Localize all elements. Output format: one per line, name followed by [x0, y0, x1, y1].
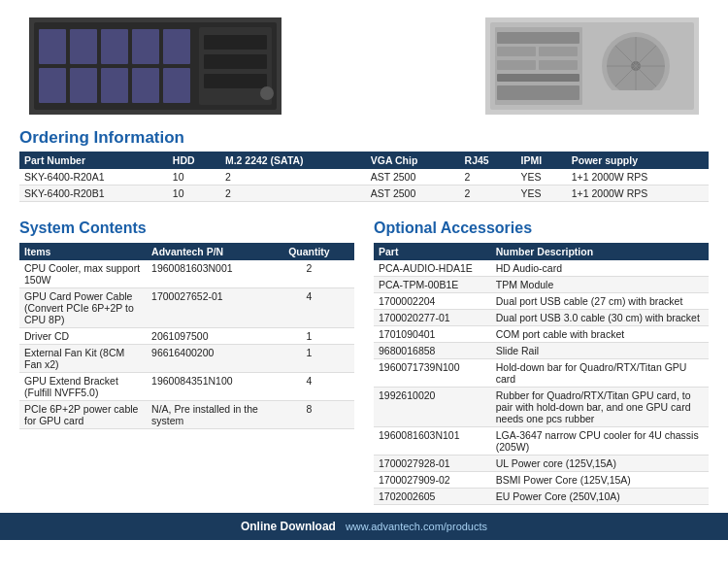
svg-rect-4: [101, 29, 128, 64]
ordering-cell: SKY-6400-R20A1: [19, 169, 168, 186]
system-row: Driver CD20610975001: [19, 328, 354, 345]
optional-accessories-title: Optional Accessories: [374, 219, 709, 237]
footer: Online Download www.advantech.com/produc…: [0, 513, 728, 540]
optional-cell: Slide Rail: [491, 343, 709, 359]
ordering-cell: YES: [516, 186, 567, 202]
system-contents-title: System Contents: [19, 219, 354, 237]
optional-cell: UL Power core (125V,15A): [491, 456, 709, 472]
system-cell: CPU Cooler, max support 150W: [19, 260, 147, 288]
optional-row: 1700002204Dual port USB cable (27 cm) wi…: [374, 293, 709, 310]
optional-cell: 1960081603N101: [374, 427, 491, 456]
optional-cell: 1700027928-01: [374, 456, 491, 472]
system-cell: GPU Extend Bracket (Fulfill NVFF5.0): [19, 373, 147, 401]
svg-rect-7: [39, 68, 66, 103]
ordering-title: Ordering Information: [19, 128, 709, 148]
svg-rect-24: [539, 60, 578, 70]
svg-rect-11: [163, 68, 190, 103]
optional-row: 1700020277-01Dual port USB 3.0 cable (30…: [374, 310, 709, 326]
system-cell: Driver CD: [19, 328, 147, 345]
system-cell: 8: [264, 401, 354, 429]
optional-cell: PCA-TPM-00B1E: [374, 277, 491, 293]
system-row: CPU Cooler, max support 150W1960081603N0…: [19, 260, 354, 288]
ordering-cell: 2: [220, 169, 366, 186]
svg-rect-5: [132, 29, 159, 64]
system-column-header: Items: [19, 243, 147, 260]
ordering-column-header: Part Number: [19, 152, 168, 169]
ordering-cell: SKY-6400-R20B1: [19, 186, 168, 202]
ordering-row: SKY-6400-R20B1102AST 25002YES1+1 2000W R…: [19, 186, 709, 202]
system-cell: 2: [264, 260, 354, 288]
optional-cell: EU Power Core (250V,10A): [491, 489, 709, 505]
svg-rect-34: [592, 90, 689, 110]
optional-row: PCA-AUDIO-HDA1EHD Audio-card: [374, 260, 709, 277]
ordering-cell: 2: [460, 186, 516, 202]
optional-cell: 1700020277-01: [374, 310, 491, 326]
ordering-cell: 10: [168, 186, 220, 202]
optional-cell: Dual port USB cable (27 cm) with bracket: [491, 293, 709, 310]
optional-cell: Hold-down bar for Quadro/RTX/Titan GPU c…: [491, 359, 709, 388]
top-images-area: [0, 0, 728, 124]
system-cell: 4: [264, 373, 354, 401]
system-cell: GPU Card Power Cable (Convert PCIe 6P+2P…: [19, 288, 147, 328]
optional-row: 9680016858Slide Rail: [374, 343, 709, 359]
svg-point-16: [260, 86, 274, 100]
system-cell: 96616400200: [147, 345, 264, 373]
optional-column-header: Part: [374, 243, 491, 260]
optional-accessories-section: Optional Accessories PartNumber Descript…: [374, 214, 709, 505]
ordering-column-header: M.2 2242 (SATA): [220, 152, 366, 169]
svg-rect-10: [132, 68, 159, 103]
svg-rect-9: [101, 68, 128, 103]
svg-rect-8: [70, 68, 97, 103]
svg-rect-25: [497, 74, 579, 82]
ordering-cell: 1+1 2000W RPS: [567, 186, 709, 202]
ordering-cell: YES: [516, 169, 567, 186]
svg-rect-23: [497, 60, 536, 70]
ordering-section: Ordering Information Part NumberHDDM.2 2…: [0, 124, 728, 210]
optional-row: 1960071739N100Hold-down bar for Quadro/R…: [374, 359, 709, 388]
optional-cell: 1992610020: [374, 388, 491, 427]
svg-rect-14: [204, 54, 267, 69]
optional-row: 1701090401COM port cable with bracket: [374, 326, 709, 343]
optional-column-header: Number Description: [491, 243, 709, 260]
svg-rect-22: [539, 47, 578, 56]
footer-url: www.advantech.com/products: [346, 521, 487, 532]
optional-cell: Dual port USB 3.0 cable (30 cm) with bra…: [491, 310, 709, 326]
system-row: External Fan Kit (8CM Fan x2)96616400200…: [19, 345, 354, 373]
optional-row: 1700027909-02BSMI Power Core (125V,15A): [374, 472, 709, 489]
svg-rect-26: [497, 85, 579, 100]
system-cell: 2061097500: [147, 328, 264, 345]
optional-row: 1992610020Rubber for Quadro/RTX/Titan GP…: [374, 388, 709, 427]
system-cell: 1960081603N001: [147, 260, 264, 288]
footer-label: Online Download: [241, 520, 336, 533]
optional-cell: PCA-AUDIO-HDA1E: [374, 260, 491, 277]
svg-rect-13: [204, 35, 267, 50]
optional-cell: 1702002605: [374, 489, 491, 505]
ordering-cell: 2: [220, 186, 366, 202]
ordering-column-header: RJ45: [460, 152, 516, 169]
ordering-column-header: IPMI: [516, 152, 567, 169]
system-cell: PCIe 6P+2P power cable for GPU card: [19, 401, 147, 429]
ordering-cell: 1+1 2000W RPS: [567, 169, 709, 186]
content-body: System Contents ItemsAdvantech P/NQuanti…: [0, 214, 728, 505]
svg-rect-15: [204, 74, 267, 88]
ordering-table: Part NumberHDDM.2 2242 (SATA)VGA ChipRJ4…: [19, 152, 709, 202]
ordering-cell: 10: [168, 169, 220, 186]
optional-row: 1702002605EU Power Core (250V,10A): [374, 489, 709, 505]
system-column-header: Advantech P/N: [147, 243, 264, 260]
ordering-cell: AST 2500: [366, 186, 460, 202]
optional-row: PCA-TPM-00B1ETPM Module: [374, 277, 709, 293]
optional-row: 1960081603N101LGA-3647 narrow CPU cooler…: [374, 427, 709, 456]
svg-rect-21: [497, 47, 536, 56]
optional-cell: Rubber for Quadro/RTX/Titan GPU card, to…: [491, 388, 709, 427]
svg-rect-6: [163, 29, 190, 64]
system-cell: 1960084351N100: [147, 373, 264, 401]
ordering-column-header: HDD: [168, 152, 220, 169]
optional-cell: 1701090401: [374, 326, 491, 343]
ordering-column-header: VGA Chip: [366, 152, 460, 169]
svg-rect-20: [497, 32, 579, 44]
system-cell: 1: [264, 328, 354, 345]
optional-cell: BSMI Power Core (125V,15A): [491, 472, 709, 489]
tower-server-image: [485, 17, 699, 115]
ordering-row: SKY-6400-R20A1102AST 25002YES1+1 2000W R…: [19, 169, 709, 186]
optional-cell: COM port cable with bracket: [491, 326, 709, 343]
